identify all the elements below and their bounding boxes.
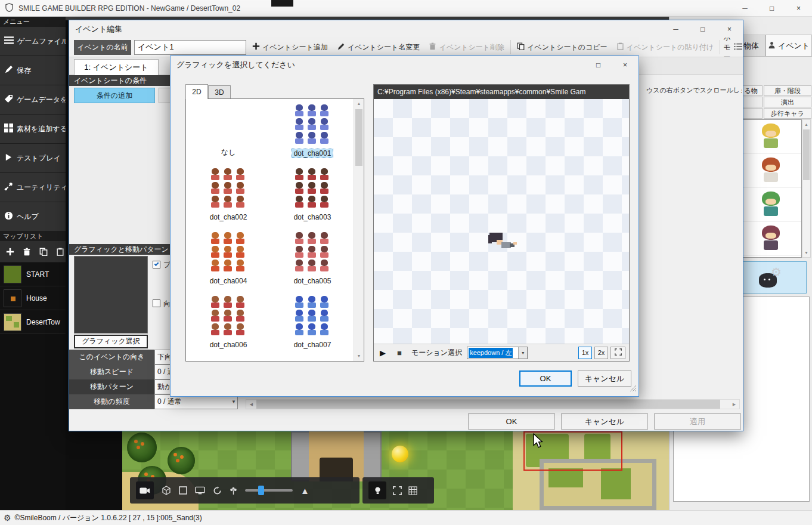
rotate-icon[interactable] <box>213 486 222 495</box>
graphic-item-dot-cha006[interactable]: dot_cha006 <box>187 291 270 354</box>
delete-sheet-button[interactable]: イベントシート削除 <box>426 41 507 54</box>
graphic-item-dot-cha003[interactable]: dot_cha003 <box>271 163 354 227</box>
horizontal-scrollbar[interactable]: ◀ ▶ <box>246 399 740 409</box>
graphic-dialog-maximize-button[interactable]: □ <box>585 56 612 73</box>
scroll-hint: ウスの右ボタンでスクロールします <box>646 86 742 95</box>
event-dialog-maximize-button[interactable]: □ <box>689 20 716 38</box>
graphic-list-scrollbar[interactable]: ▲ ▼ <box>354 99 364 361</box>
resize-grip[interactable] <box>630 384 637 394</box>
maplist-add-button[interactable] <box>5 246 16 258</box>
maplist-paste-button[interactable] <box>55 246 66 258</box>
map-item-house[interactable]: House <box>0 286 66 310</box>
tab-2d[interactable]: 2D <box>185 84 208 99</box>
tab-event[interactable]: イベント <box>765 35 812 57</box>
zoom-slider[interactable] <box>245 489 293 492</box>
map-toolbar: ▲ <box>130 477 359 504</box>
list-item-character-2[interactable] <box>740 154 801 188</box>
graphic-dialog-title: グラフィックを選択してください <box>176 60 295 70</box>
event-apply-button[interactable]: 適用 <box>654 413 741 430</box>
category-effects[interactable]: 演出 <box>764 97 811 107</box>
sidebar-item-help[interactable]: ヘルプ <box>0 202 66 231</box>
motion-dropdown[interactable]: keepdown / 左 ▼ <box>467 347 528 359</box>
rename-sheet-button[interactable]: イベントシート名変更 <box>334 41 423 54</box>
scroll-down-icon[interactable]: ▼ <box>802 248 810 257</box>
add-condition-button[interactable]: 条件の追加 <box>74 88 155 103</box>
category-walking-chars[interactable]: 歩行キャラ <box>764 108 811 119</box>
character-list-scrollbar[interactable]: ▲ ▼ <box>802 119 811 258</box>
sidebar-item-game-data[interactable]: ゲームデータを作 <box>0 85 66 115</box>
maplist-delete-button[interactable] <box>21 246 32 258</box>
sidebar-item-utility[interactable]: ユーティリティ <box>0 173 66 202</box>
zoom-1x-button[interactable]: 1x <box>578 347 592 359</box>
add-sheet-button[interactable]: イベントシート追加 <box>249 41 331 54</box>
graphic-item-dot-cha007[interactable]: dot_cha007 <box>271 291 354 354</box>
copy-sheet-button[interactable]: イベントシートのコピー <box>514 41 610 54</box>
map-item-start[interactable]: START <box>0 262 66 286</box>
graphic-dialog-close-button[interactable]: × <box>612 56 639 73</box>
graphic-ok-button[interactable]: OK <box>519 370 572 387</box>
graphic-item-dot-cha002[interactable]: dot_cha002 <box>187 163 270 227</box>
event-ok-button[interactable]: OK <box>468 413 555 430</box>
event-dialog-close-button[interactable]: × <box>716 20 743 38</box>
cube-icon[interactable] <box>162 486 171 495</box>
category-door-stairs[interactable]: 扉・階段 <box>764 85 811 96</box>
graphic-item-dot-cha004[interactable]: dot_cha004 <box>187 227 270 291</box>
chevron-down-icon[interactable]: ▼ <box>518 347 527 359</box>
preview-checkbox[interactable] <box>153 261 160 268</box>
mountain-icon[interactable]: ▲ <box>300 486 309 496</box>
scroll-right-icon[interactable]: ▶ <box>729 400 739 409</box>
sidebar-item-test-play[interactable]: テストプレイ <box>0 144 66 173</box>
selected-character-cell[interactable]: ⚙ <box>733 261 807 294</box>
sidebar-item-game-file[interactable]: ゲームファイル <box>0 27 66 56</box>
select-graphic-button[interactable]: グラフィック選択 <box>74 335 148 348</box>
character-preview-sprite <box>486 229 519 253</box>
play-button[interactable]: ▶ <box>376 346 390 360</box>
sprite-sheet <box>293 295 331 336</box>
scroll-left-icon[interactable]: ◀ <box>246 400 256 409</box>
camera-button[interactable] <box>136 481 154 499</box>
event-name-input[interactable] <box>134 40 246 55</box>
graphic-item-dot-cha001[interactable]: dot_cha001 <box>271 99 354 163</box>
scrollbar-thumb[interactable] <box>803 129 810 180</box>
slider-handle[interactable] <box>258 486 264 495</box>
scrollbar-thumb[interactable] <box>355 109 362 166</box>
monitor-icon[interactable] <box>195 486 205 495</box>
bulb-icon[interactable] <box>368 481 386 499</box>
grid-overlay-icon[interactable] <box>408 486 417 495</box>
flower-icon[interactable] <box>230 486 237 495</box>
list-mode-button[interactable] <box>733 40 743 54</box>
map-item-deserttown[interactable]: DesertTow <box>0 310 66 334</box>
app-close-button[interactable]: × <box>785 0 812 16</box>
list-item-character-4[interactable] <box>740 222 801 256</box>
paste-sheet-button[interactable]: イベントシートの貼り付け <box>613 41 717 54</box>
zoom-2x-button[interactable]: 2x <box>594 347 608 359</box>
app-minimize-button[interactable]: ─ <box>732 0 758 16</box>
list-item-character-3[interactable] <box>740 188 801 222</box>
graphic-item-none[interactable]: なし <box>187 99 270 163</box>
maplist-copy-button[interactable] <box>38 246 49 258</box>
app-maximize-button[interactable]: □ <box>758 0 785 16</box>
scroll-up-icon[interactable]: ▲ <box>802 120 810 129</box>
pen-icon <box>4 65 13 76</box>
direction-checkbox[interactable] <box>153 299 160 307</box>
scrollbar-thumb[interactable] <box>256 400 720 409</box>
scroll-up-icon[interactable]: ▲ <box>354 99 364 108</box>
list-item-character-1[interactable] <box>740 120 801 154</box>
graphic-cancel-button[interactable]: キャンセル <box>578 370 631 387</box>
character-sprite <box>760 226 782 252</box>
fullscreen-button[interactable] <box>610 347 625 359</box>
sidebar-item-save[interactable]: 保存 <box>0 56 66 85</box>
map-viewport[interactable]: ▲ <box>122 431 669 510</box>
tab-3d[interactable]: 3D <box>208 85 231 99</box>
expand-icon[interactable] <box>393 486 402 495</box>
event-dialog-minimize-button[interactable]: ─ <box>662 20 689 38</box>
sprite-sheet <box>293 168 331 208</box>
tag-icon <box>4 94 13 105</box>
tab-event-sheet-1[interactable]: 1: イベントシート <box>74 59 159 75</box>
stop-button[interactable]: ■ <box>392 346 407 360</box>
event-cancel-button[interactable]: キャンセル <box>561 413 648 430</box>
scroll-down-icon[interactable]: ▼ <box>354 351 364 360</box>
frame-icon[interactable] <box>179 486 187 495</box>
sidebar-item-add-assets[interactable]: 素材を追加する <box>0 115 66 144</box>
graphic-item-dot-cha005[interactable]: dot_cha005 <box>271 227 354 291</box>
